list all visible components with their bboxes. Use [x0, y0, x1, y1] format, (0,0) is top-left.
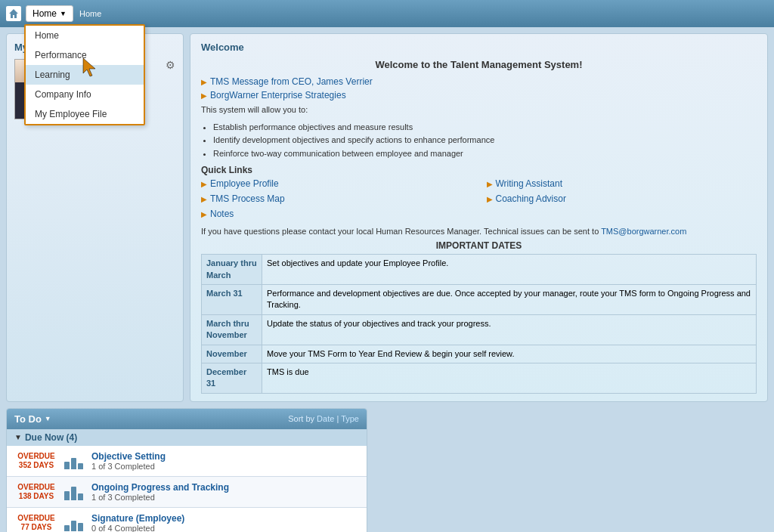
date-description: Set objectives and update your Employee …	[262, 255, 757, 285]
list-item: OVERDUE 77 DAYS Signature (Employee) 0 o…	[7, 508, 367, 532]
nav-dropdown-menu: Home Performance Learning Company Info M…	[24, 24, 145, 125]
important-dates-table: January thru March Set objectives and up…	[201, 254, 757, 394]
menu-item-employee-file[interactable]: My Employee File	[26, 104, 144, 124]
bullet-list: Establish performance objectives and mea…	[213, 121, 757, 161]
todo-card: To Do ▼ Sort by Date | Type ▼ Due Now (4…	[6, 408, 367, 532]
task-name-link[interactable]: Objective Setting	[91, 451, 359, 462]
chart-icon	[64, 515, 85, 531]
employee-profile-link[interactable]: ▶ Employee Profile	[201, 178, 472, 189]
home-icon[interactable]	[6, 6, 21, 21]
arrow-icon: ▶	[201, 91, 207, 100]
due-now-section-header: ▼ Due Now (4)	[7, 429, 367, 446]
bullet-3: Reinforce two-way communication between …	[213, 147, 757, 161]
contact-text: If you have questions please contact you…	[201, 227, 757, 236]
task-completed: 1 of 3 Completed	[91, 493, 359, 502]
table-row: December 31 TMS is due	[202, 363, 757, 394]
overdue-badge: OVERDUE 352 DAYS	[14, 452, 58, 470]
arrow-icon: ▶	[487, 180, 493, 188]
chart-icon	[64, 484, 85, 500]
menu-item-company-info[interactable]: Company Info	[26, 85, 144, 104]
welcome-heading: Welcome to the Talent Management System!	[201, 59, 757, 70]
task-info: Signature (Employee) 0 of 4 Completed	[91, 513, 359, 532]
welcome-title: Welcome	[201, 42, 757, 53]
breadcrumb: Home	[79, 9, 101, 18]
date-period: November	[202, 345, 262, 363]
date-period: January thru March	[202, 255, 262, 285]
date-period: December 31	[202, 363, 262, 394]
table-row: January thru March Set objectives and up…	[202, 255, 757, 285]
tms-process-map-link[interactable]: ▶ TMS Process Map	[201, 193, 472, 204]
bullet-2: Identify development objectives and spec…	[213, 134, 757, 147]
list-item: OVERDUE 352 DAYS Objective Setting 1 of …	[7, 446, 367, 477]
date-description: Move your TMS Form to Year End Review & …	[262, 345, 757, 363]
task-info: Objective Setting 1 of 3 Completed	[91, 451, 359, 471]
writing-assistant-link[interactable]: ▶ Writing Assistant	[487, 178, 757, 189]
menu-item-home[interactable]: Home	[26, 26, 144, 45]
borgwarner-link[interactable]: ▶ BorgWarner Enterprise Strategies	[201, 90, 757, 101]
gear-icon[interactable]: ⚙	[166, 59, 175, 71]
date-period: March 31	[202, 285, 262, 315]
task-name-link[interactable]: Signature (Employee)	[91, 513, 359, 524]
date-description: TMS is due	[262, 363, 757, 394]
menu-item-learning[interactable]: Learning	[26, 65, 144, 85]
arrow-icon: ▶	[201, 78, 207, 86]
task-completed: 1 of 3 Completed	[91, 462, 359, 471]
arrow-icon: ▶	[201, 180, 207, 188]
contact-email[interactable]: TMS@borgwarner.com	[601, 227, 686, 236]
notes-link[interactable]: ▶ Notes	[201, 209, 472, 219]
sort-by-date-link[interactable]: Date	[317, 414, 334, 423]
coaching-advisor-link[interactable]: ▶ Coaching Advisor	[487, 193, 757, 204]
table-row: November Move your TMS Form to Year End …	[202, 345, 757, 363]
arrow-icon: ▶	[201, 195, 207, 203]
chart-icon	[64, 453, 85, 469]
home-dropdown-button[interactable]: Home ▼	[26, 5, 73, 22]
todo-title-button[interactable]: To Do ▼	[14, 413, 51, 425]
date-description: Performance and development objectives a…	[262, 285, 757, 315]
ceo-message-link[interactable]: ▶ TMS Message from CEO, James Verrier	[201, 76, 757, 87]
arrow-icon: ▶	[201, 210, 207, 218]
list-item: OVERDUE 138 DAYS Ongoing Progress and Tr…	[7, 477, 367, 508]
task-name-link[interactable]: Ongoing Progress and Tracking	[91, 482, 359, 493]
sort-by-type-link[interactable]: Type	[341, 414, 359, 423]
quick-links-grid: ▶ Employee Profile ▶ Writing Assistant ▶…	[201, 178, 757, 222]
task-completed: 0 of 4 Completed	[91, 524, 359, 532]
bottom-row: To Do ▼ Sort by Date | Type ▼ Due Now (4…	[6, 408, 768, 532]
overdue-badge: OVERDUE 138 DAYS	[14, 483, 58, 501]
welcome-card: Welcome Welcome to the Talent Management…	[190, 33, 768, 402]
quick-links-title: Quick Links	[201, 165, 757, 175]
menu-item-performance[interactable]: Performance	[26, 45, 144, 65]
arrow-icon: ▶	[487, 195, 493, 203]
task-info: Ongoing Progress and Tracking 1 of 3 Com…	[91, 482, 359, 502]
body-text: This system will allow you to:	[201, 104, 757, 116]
todo-header: To Do ▼ Sort by Date | Type	[7, 409, 367, 429]
todo-items-list: OVERDUE 352 DAYS Objective Setting 1 of …	[7, 446, 367, 532]
overdue-badge: OVERDUE 77 DAYS	[14, 514, 58, 532]
date-period: March thru November	[202, 314, 262, 345]
table-row: March 31 Performance and development obj…	[202, 285, 757, 315]
important-dates-title: IMPORTANT DATES	[201, 240, 757, 251]
bullet-1: Establish performance objectives and mea…	[213, 121, 757, 135]
sort-links: Sort by Date | Type	[288, 414, 359, 423]
date-description: Update the status of your objectives and…	[262, 314, 757, 345]
top-nav-bar: Home ▼ Home Home Performance Learning Co…	[0, 0, 774, 27]
table-row: March thru November Update the status of…	[202, 314, 757, 345]
